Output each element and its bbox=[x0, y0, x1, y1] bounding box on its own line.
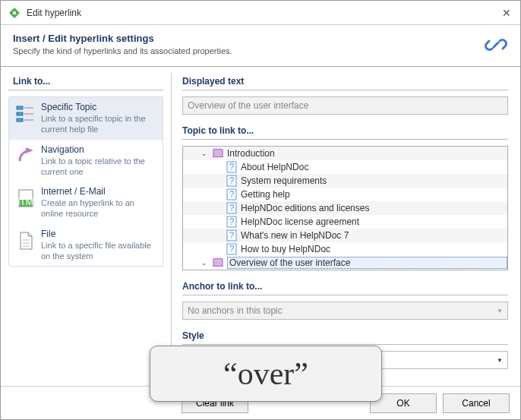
help-topic-icon: ? bbox=[226, 175, 238, 187]
help-topic-icon: ? bbox=[226, 243, 238, 255]
sidebar-item-desc: Create an hyperlink to an online resourc… bbox=[41, 197, 156, 219]
topic-link-label: Topic to link to... bbox=[182, 125, 508, 136]
tree-node-child[interactable]: ?What's new in HelpNDoc 7 bbox=[183, 229, 507, 242]
sidebar-heading: Link to... bbox=[13, 76, 163, 87]
anchor-dropdown[interactable]: No anchors in this topic ▼ bbox=[182, 302, 508, 320]
svg-text:HTML: HTML bbox=[15, 197, 36, 207]
anchor-label: Anchor to link to... bbox=[182, 281, 508, 292]
window-title: Edit hyperlink bbox=[27, 8, 500, 18]
html-file-icon: HTML bbox=[15, 188, 36, 209]
svg-rect-2 bbox=[17, 106, 23, 109]
tree-node-child[interactable]: ?How to buy HelpNDoc bbox=[183, 242, 507, 256]
link-icon bbox=[484, 33, 508, 57]
topic-list-icon bbox=[15, 103, 36, 125]
sidebar-item-file[interactable]: File Link to a specific file available o… bbox=[9, 224, 163, 267]
svg-text:?: ? bbox=[229, 162, 235, 172]
svg-point-1 bbox=[13, 11, 16, 14]
displayed-text-input: Overview of the user interface bbox=[182, 96, 508, 115]
book-icon bbox=[212, 257, 224, 269]
sidebar-item-label: Internet / E-Mail bbox=[41, 186, 156, 197]
help-topic-icon: ? bbox=[226, 188, 238, 201]
svg-rect-3 bbox=[17, 112, 23, 115]
tree-node-child[interactable]: ?System requirements bbox=[183, 174, 507, 188]
sidebar-item-navigation[interactable]: Navigation Link to a topic relative to t… bbox=[9, 140, 163, 182]
chevron-down-icon: ▼ bbox=[497, 357, 503, 364]
help-topic-icon: ? bbox=[226, 202, 238, 214]
tree-node-label: Getting help bbox=[241, 189, 507, 200]
help-topic-icon: ? bbox=[226, 229, 238, 242]
close-icon[interactable]: ✕ bbox=[500, 7, 513, 19]
tree-node-child[interactable]: ?About HelpNDoc bbox=[183, 160, 507, 174]
tree-node-label: Introduction bbox=[227, 148, 507, 159]
sidebar-item-desc: Link to a specific topic in the current … bbox=[41, 113, 156, 135]
sidebar-item-label: Navigation bbox=[41, 144, 156, 155]
tree-node-label: HelpNDoc license agreement bbox=[241, 216, 507, 227]
tree-node-child[interactable]: ?HelpNDoc editions and licenses bbox=[183, 201, 507, 215]
sidebar-item-desc: Link to a specific file available on the… bbox=[41, 240, 156, 262]
chevron-down-icon[interactable]: ⌄ bbox=[197, 150, 212, 157]
title-bar: Edit hyperlink ✕ bbox=[1, 1, 520, 25]
svg-rect-4 bbox=[17, 118, 23, 122]
tree-node-label: About HelpNDoc bbox=[241, 162, 507, 172]
header-title: Insert / Edit hyperlink settings bbox=[13, 33, 484, 44]
svg-text:?: ? bbox=[229, 230, 235, 241]
svg-text:?: ? bbox=[229, 175, 235, 186]
style-label: Style bbox=[182, 330, 508, 341]
svg-text:?: ? bbox=[229, 216, 235, 227]
tree-node-root[interactable]: ⌄ Introduction bbox=[183, 147, 507, 160]
sidebar-item-label: File bbox=[41, 229, 156, 239]
sidebar-item-specific-topic[interactable]: Specific Topic Link to a specific topic … bbox=[9, 97, 163, 140]
chevron-down-icon[interactable]: ⌄ bbox=[197, 259, 212, 267]
sidebar: Link to... Specific Topic Link to a spec… bbox=[1, 67, 171, 385]
content-panel: Displayed text Overview of the user inte… bbox=[172, 67, 520, 385]
displayed-text-label: Displayed text bbox=[182, 76, 508, 87]
file-icon bbox=[15, 230, 36, 251]
cancel-button[interactable]: Cancel bbox=[443, 393, 510, 413]
tree-node-child[interactable]: ?HelpNDoc license agreement bbox=[183, 215, 507, 229]
tree-node-selected[interactable]: ⌄ Overview of the user interface bbox=[183, 256, 507, 270]
help-topic-icon: ? bbox=[226, 216, 238, 228]
sidebar-item-label: Specific Topic bbox=[41, 102, 156, 112]
tree-node-label: System requirements bbox=[241, 175, 507, 186]
svg-text:?: ? bbox=[229, 244, 235, 254]
header-subtitle: Specify the kind of hyperlinks and its a… bbox=[13, 46, 484, 55]
dropdown-value: No anchors in this topic bbox=[188, 305, 497, 316]
topic-tree[interactable]: ⌄ Introduction ?About HelpNDoc ?System r… bbox=[182, 146, 508, 270]
navigation-arrow-icon bbox=[15, 146, 36, 167]
header-panel: Insert / Edit hyperlink settings Specify… bbox=[1, 25, 520, 67]
tree-node-label: What's new in HelpNDoc 7 bbox=[241, 230, 507, 241]
overlay-callout: “over” bbox=[150, 346, 382, 402]
svg-text:?: ? bbox=[229, 189, 235, 200]
svg-marker-8 bbox=[26, 147, 33, 153]
tree-node-label: How to buy HelpNDoc bbox=[241, 244, 507, 254]
tree-node-label: HelpNDoc editions and licenses bbox=[241, 203, 507, 213]
svg-text:?: ? bbox=[229, 203, 235, 213]
help-topic-icon: ? bbox=[226, 161, 238, 173]
sidebar-item-desc: Link to a topic relative to the current … bbox=[41, 156, 156, 178]
sidebar-list: Specific Topic Link to a specific topic … bbox=[8, 96, 163, 267]
tree-node-child[interactable]: ?Getting help bbox=[183, 188, 507, 201]
book-icon bbox=[212, 147, 224, 159]
tree-node-label: Overview of the user interface bbox=[227, 257, 507, 269]
sidebar-item-internet[interactable]: HTML Internet / E-Mail Create an hyperli… bbox=[9, 182, 163, 224]
app-icon bbox=[8, 7, 21, 19]
chevron-down-icon: ▼ bbox=[497, 308, 503, 314]
